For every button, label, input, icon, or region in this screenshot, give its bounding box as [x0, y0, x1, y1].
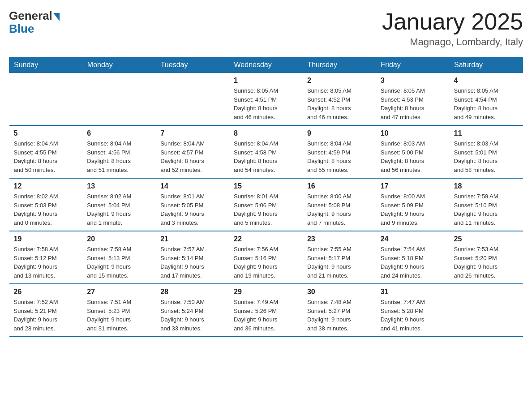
day-number: 19 [14, 235, 78, 243]
day-info: Sunrise: 7:57 AMSunset: 5:14 PMDaylight:… [160, 245, 225, 280]
calendar-cell: 18Sunrise: 7:59 AMSunset: 5:10 PMDayligh… [450, 178, 523, 231]
day-number: 17 [381, 182, 445, 190]
calendar-cell: 24Sunrise: 7:54 AMSunset: 5:18 PMDayligh… [376, 231, 450, 284]
logo-blue-text: Blue [9, 22, 34, 36]
day-info: Sunrise: 8:04 AMSunset: 4:55 PMDaylight:… [14, 139, 78, 174]
day-info: Sunrise: 7:58 AMSunset: 5:13 PMDaylight:… [87, 245, 151, 280]
weekday-header-row: SundayMondayTuesdayWednesdayThursdayFrid… [9, 57, 523, 73]
day-info: Sunrise: 7:49 AMSunset: 5:26 PMDaylight:… [234, 298, 298, 333]
day-info: Sunrise: 8:00 AMSunset: 5:09 PMDaylight:… [381, 192, 445, 227]
calendar-cell: 30Sunrise: 7:48 AMSunset: 5:27 PMDayligh… [303, 284, 376, 337]
day-number: 23 [307, 235, 372, 243]
calendar-cell: 26Sunrise: 7:52 AMSunset: 5:21 PMDayligh… [9, 284, 83, 337]
day-number: 1 [234, 77, 298, 85]
day-info: Sunrise: 8:00 AMSunset: 5:08 PMDaylight:… [307, 192, 372, 227]
calendar-cell: 22Sunrise: 7:56 AMSunset: 5:16 PMDayligh… [229, 231, 303, 284]
day-number: 7 [160, 129, 225, 137]
day-info: Sunrise: 7:48 AMSunset: 5:27 PMDaylight:… [307, 298, 372, 333]
day-number: 6 [87, 129, 151, 137]
calendar-cell: 23Sunrise: 7:55 AMSunset: 5:17 PMDayligh… [303, 231, 376, 284]
logo-general-text: General [9, 9, 52, 23]
calendar-cell: 17Sunrise: 8:00 AMSunset: 5:09 PMDayligh… [376, 178, 450, 231]
day-number: 13 [87, 182, 151, 190]
day-number: 4 [454, 77, 519, 85]
day-number: 2 [307, 77, 372, 85]
day-number: 28 [160, 288, 225, 296]
day-number: 8 [234, 129, 298, 137]
day-info: Sunrise: 7:50 AMSunset: 5:24 PMDaylight:… [160, 298, 225, 333]
calendar-cell: 1Sunrise: 8:05 AMSunset: 4:51 PMDaylight… [229, 73, 303, 126]
week-row-1: 1Sunrise: 8:05 AMSunset: 4:51 PMDaylight… [9, 73, 523, 126]
weekday-header-wednesday: Wednesday [229, 57, 303, 73]
day-number: 16 [307, 182, 372, 190]
day-info: Sunrise: 8:05 AMSunset: 4:53 PMDaylight:… [381, 86, 445, 121]
day-info: Sunrise: 7:54 AMSunset: 5:18 PMDaylight:… [381, 245, 445, 280]
day-number: 10 [381, 129, 445, 137]
day-number: 26 [14, 288, 78, 296]
day-info: Sunrise: 8:05 AMSunset: 4:52 PMDaylight:… [307, 86, 372, 121]
day-info: Sunrise: 8:05 AMSunset: 4:54 PMDaylight:… [454, 86, 519, 121]
calendar-header: SundayMondayTuesdayWednesdayThursdayFrid… [9, 57, 523, 73]
calendar-cell: 8Sunrise: 8:04 AMSunset: 4:58 PMDaylight… [229, 125, 303, 178]
calendar-table: SundayMondayTuesdayWednesdayThursdayFrid… [9, 57, 523, 337]
day-number: 24 [381, 235, 445, 243]
calendar-cell: 31Sunrise: 7:47 AMSunset: 5:28 PMDayligh… [376, 284, 450, 337]
day-info: Sunrise: 8:05 AMSunset: 4:51 PMDaylight:… [234, 86, 298, 121]
weekday-header-friday: Friday [376, 57, 450, 73]
calendar-cell: 15Sunrise: 8:01 AMSunset: 5:06 PMDayligh… [229, 178, 303, 231]
day-info: Sunrise: 7:56 AMSunset: 5:16 PMDaylight:… [234, 245, 298, 280]
day-info: Sunrise: 8:04 AMSunset: 4:59 PMDaylight:… [307, 139, 372, 174]
month-title: January 2025 [382, 9, 523, 34]
day-number: 31 [381, 288, 445, 296]
week-row-3: 12Sunrise: 8:02 AMSunset: 5:03 PMDayligh… [9, 178, 523, 231]
day-info: Sunrise: 7:51 AMSunset: 5:23 PMDaylight:… [87, 298, 151, 333]
day-info: Sunrise: 8:01 AMSunset: 5:05 PMDaylight:… [160, 192, 225, 227]
day-info: Sunrise: 7:52 AMSunset: 5:21 PMDaylight:… [14, 298, 78, 333]
day-number: 30 [307, 288, 372, 296]
day-info: Sunrise: 8:02 AMSunset: 5:03 PMDaylight:… [14, 192, 78, 227]
calendar-cell: 28Sunrise: 7:50 AMSunset: 5:24 PMDayligh… [156, 284, 229, 337]
day-info: Sunrise: 8:02 AMSunset: 5:04 PMDaylight:… [87, 192, 151, 227]
calendar-cell: 21Sunrise: 7:57 AMSunset: 5:14 PMDayligh… [156, 231, 229, 284]
day-number: 12 [14, 182, 78, 190]
day-number: 9 [307, 129, 372, 137]
day-info: Sunrise: 7:58 AMSunset: 5:12 PMDaylight:… [14, 245, 78, 280]
calendar-cell: 19Sunrise: 7:58 AMSunset: 5:12 PMDayligh… [9, 231, 83, 284]
day-info: Sunrise: 7:59 AMSunset: 5:10 PMDaylight:… [454, 192, 519, 227]
weekday-header-monday: Monday [82, 57, 156, 73]
calendar-cell: 29Sunrise: 7:49 AMSunset: 5:26 PMDayligh… [229, 284, 303, 337]
calendar-cell [82, 73, 156, 126]
calendar-cell: 12Sunrise: 8:02 AMSunset: 5:03 PMDayligh… [9, 178, 83, 231]
day-number: 14 [160, 182, 225, 190]
calendar-cell: 7Sunrise: 8:04 AMSunset: 4:57 PMDaylight… [156, 125, 229, 178]
calendar-cell: 16Sunrise: 8:00 AMSunset: 5:08 PMDayligh… [303, 178, 376, 231]
calendar-cell: 11Sunrise: 8:03 AMSunset: 5:01 PMDayligh… [450, 125, 523, 178]
day-number: 20 [87, 235, 151, 243]
calendar-body: 1Sunrise: 8:05 AMSunset: 4:51 PMDaylight… [9, 73, 523, 337]
day-number: 5 [14, 129, 78, 137]
calendar-cell [450, 284, 523, 337]
logo-arrow-icon [53, 13, 60, 21]
weekday-header-tuesday: Tuesday [156, 57, 229, 73]
calendar-cell [156, 73, 229, 126]
day-info: Sunrise: 8:01 AMSunset: 5:06 PMDaylight:… [234, 192, 298, 227]
day-info: Sunrise: 8:03 AMSunset: 5:00 PMDaylight:… [381, 139, 445, 174]
calendar-cell: 25Sunrise: 7:53 AMSunset: 5:20 PMDayligh… [450, 231, 523, 284]
day-number: 3 [381, 77, 445, 85]
day-info: Sunrise: 8:04 AMSunset: 4:58 PMDaylight:… [234, 139, 298, 174]
calendar-cell: 5Sunrise: 8:04 AMSunset: 4:55 PMDaylight… [9, 125, 83, 178]
day-number: 18 [454, 182, 519, 190]
location-text: Magnago, Lombardy, Italy [382, 36, 523, 48]
calendar-cell: 3Sunrise: 8:05 AMSunset: 4:53 PMDaylight… [376, 73, 450, 126]
week-row-4: 19Sunrise: 7:58 AMSunset: 5:12 PMDayligh… [9, 231, 523, 284]
day-number: 11 [454, 129, 519, 137]
day-number: 29 [234, 288, 298, 296]
day-info: Sunrise: 8:04 AMSunset: 4:56 PMDaylight:… [87, 139, 151, 174]
day-number: 15 [234, 182, 298, 190]
calendar-cell: 10Sunrise: 8:03 AMSunset: 5:00 PMDayligh… [376, 125, 450, 178]
day-number: 21 [160, 235, 225, 243]
weekday-header-thursday: Thursday [303, 57, 376, 73]
day-info: Sunrise: 7:53 AMSunset: 5:20 PMDaylight:… [454, 245, 519, 280]
day-number: 22 [234, 235, 298, 243]
calendar-cell: 27Sunrise: 7:51 AMSunset: 5:23 PMDayligh… [82, 284, 156, 337]
